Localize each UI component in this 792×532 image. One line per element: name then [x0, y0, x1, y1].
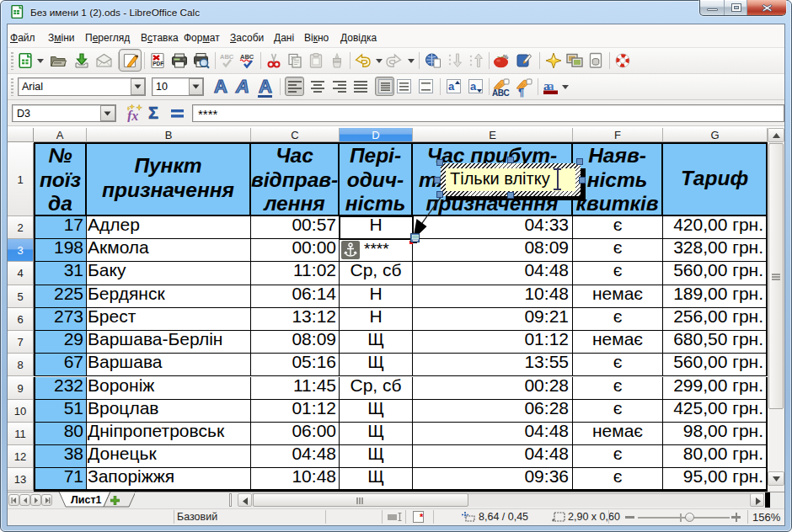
svg-text:PDF: PDF [153, 61, 163, 66]
svg-text:ABC: ABC [220, 53, 234, 61]
svg-text:a: a [448, 80, 455, 93]
svg-text:a: a [470, 80, 477, 93]
svg-text:fx: fx [127, 109, 138, 122]
svg-text:%: % [503, 54, 509, 60]
svg-text:ABC: ABC [240, 53, 254, 61]
svg-text:*: * [420, 512, 424, 522]
